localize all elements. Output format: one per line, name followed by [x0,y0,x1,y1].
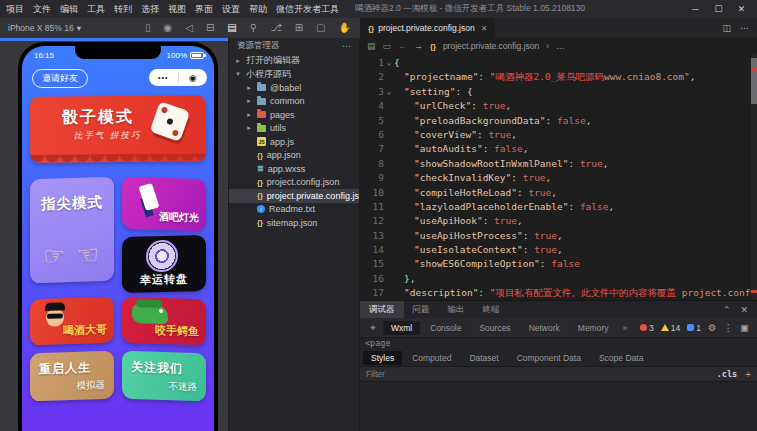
device-selector[interactable]: iPhone X 85% 16 ▾ [8,18,81,38]
wxml-element-preview[interactable]: <page [360,338,757,350]
fold-icon[interactable]: ⌄ [384,85,394,99]
devtools-tab[interactable]: Sources [471,321,518,335]
capsule-more-icon[interactable]: ••• [149,74,178,81]
tree-item[interactable]: JSapp.js [229,135,359,149]
tile-lucky-wheel[interactable]: 幸运转盘 [122,235,206,293]
info-count[interactable]: 1 [687,323,701,333]
tree-item[interactable]: ▾小程序源码 [229,68,359,82]
invite-friends-button[interactable]: 邀请好友 [32,69,88,88]
bookmark-icon[interactable]: ▭ [383,41,392,51]
menu-item[interactable]: 项目 [6,3,24,16]
grid-icon[interactable]: ⊞ [295,23,303,33]
styles-tab[interactable]: Computed [404,351,459,365]
search-icon[interactable]: ⚲ [250,23,257,33]
undock-icon[interactable]: ▣ [740,322,749,333]
editor-scrollbar[interactable] [751,54,757,300]
toolbar: iPhone X 85% 16 ▾ ▯◉◁⊟▤⚲⎇⊞▢✋ {} project.… [0,18,757,38]
close-button[interactable]: ✕ [732,4,751,14]
tree-item[interactable]: ▸pages [229,108,359,122]
breadcrumb-more[interactable]: … [556,41,565,51]
split-editor-icon[interactable]: ◫ [722,23,731,33]
tree-item[interactable]: ▸@babel [229,81,359,95]
debugger-tab[interactable]: 终端 [474,301,509,318]
error-count[interactable]: 3 [640,323,654,333]
tree-item[interactable]: ≣app.wxss [229,162,359,176]
debugger-tab[interactable]: 输出 [439,301,474,318]
tab-project-private-config[interactable]: {} project.private.config.json ✕ [360,18,495,38]
mute-icon[interactable]: ◁ [185,23,193,33]
devtools-tab[interactable]: Console [422,321,469,335]
tile-restart-life[interactable]: 重启人生 模拟器 [30,351,114,402]
line-number: 14 [360,243,384,257]
menu-item[interactable]: 选择 [141,3,159,16]
menu-item[interactable]: 设置 [222,3,240,16]
gear-icon[interactable]: ⚙ [708,322,717,333]
preview-icon[interactable]: ▢ [316,23,325,33]
hand-icon[interactable]: ✋ [339,23,351,33]
debugger-tab[interactable]: 问题 [404,301,439,318]
menu-bar: 项目文件编辑工具转到选择视图界面设置帮助微信开发者工具 [6,3,339,16]
tree-item[interactable]: {}sitemap.json [229,216,359,230]
code-text: "compileHotReLoad": true, [394,186,751,200]
back-arrow-icon[interactable]: ← [398,41,407,51]
menu-item[interactable]: 界面 [195,3,213,16]
menu-item[interactable]: 编辑 [60,3,78,16]
tile-biting-crocodile[interactable]: 咬手鳄鱼 [122,297,206,346]
styles-tab[interactable]: Component Data [509,351,589,365]
debugger-tab[interactable]: 调试器 [360,301,404,318]
tree-item[interactable]: ▸common [229,95,359,109]
fold-icon [384,99,394,113]
devtools-tab[interactable]: Wxml [383,321,420,335]
branch-icon[interactable]: ⎇ [270,23,282,33]
compile-icon[interactable]: ◉ [164,23,173,33]
kebab-menu-icon[interactable]: ⋮ [724,322,734,333]
menu-item[interactable]: 帮助 [249,3,267,16]
capsule-close-icon[interactable]: ◉ [179,73,208,83]
devtools-tab[interactable]: Network [521,321,568,335]
maximize-button[interactable]: ☐ [709,4,728,14]
clipboard-icon[interactable]: ▤ [227,23,236,33]
filter-input[interactable] [366,369,717,379]
forward-arrow-icon[interactable]: → [414,41,423,51]
tile-fingertip-mode[interactable]: 指尖模式 ☞ ☜ [30,177,114,284]
minimize-button[interactable]: ─ [686,4,705,14]
tab-label: project.private.config.json [378,23,474,33]
code-editor[interactable]: 1⌄{2"projectname": "喝酒神器2.0_菜鸟吧源码www.cni… [360,54,751,300]
tile-bar-lights[interactable]: 酒吧灯光 [122,177,206,232]
tree-item[interactable]: ▸打开的编辑器 [229,54,359,68]
styles-tab[interactable]: Scope Data [591,351,651,365]
menu-item[interactable]: 文件 [33,3,51,16]
tile-drinking-brother[interactable]: 喝酒大哥 [30,297,114,346]
breadcrumb-file[interactable]: project.private.config.json [443,41,539,51]
tree-item[interactable]: ▸utils [229,122,359,136]
explorer-more-icon[interactable]: ⋯ [342,41,351,51]
menu-item[interactable]: 转到 [114,3,132,16]
menu-item[interactable]: 工具 [87,3,105,16]
dice-mode-banner[interactable]: 骰子模式 比手气 拼技巧 [30,95,207,163]
simulator-icon[interactable]: ▯ [145,23,151,33]
styles-tab[interactable]: Styles [363,351,402,365]
collapse-panel-icon[interactable]: ⌃ [723,305,731,315]
tab-close-icon[interactable]: ✕ [481,24,488,33]
tree-item[interactable]: iReadme.txt [229,203,359,217]
menu-item[interactable]: 视图 [168,3,186,16]
tile-follow-us[interactable]: 关注我们 不迷路 [122,351,206,402]
tree-item[interactable]: {}app.json [229,149,359,163]
outline-icon[interactable]: ▤ [367,41,376,51]
menu-item[interactable]: 微信开发者工具 [276,3,339,16]
warning-count[interactable]: 14 [661,323,680,333]
cls-toggle[interactable]: .cls [717,369,737,379]
tree-item[interactable]: {}project.private.config.js... [229,189,359,203]
tree-item[interactable]: {}project.config.json [229,176,359,190]
devtools-tab-row: ⌖ WxmlConsoleSourcesNetworkMemory » 3 14… [360,318,757,338]
close-panel-icon[interactable]: ✕ [740,305,748,315]
devtools-tab[interactable]: Memory [570,321,617,335]
add-rule-icon[interactable]: + [745,369,751,380]
fold-icon[interactable]: ⌄ [384,56,394,70]
scrollbar-thumb[interactable] [751,58,757,104]
styles-tab[interactable]: Dataset [461,351,506,365]
window-icon[interactable]: ⊟ [206,23,214,33]
more-actions-icon[interactable]: ⋯ [740,23,749,33]
inspect-element-icon[interactable]: ⌖ [365,322,381,334]
tab-overflow-icon[interactable]: » [619,323,632,333]
